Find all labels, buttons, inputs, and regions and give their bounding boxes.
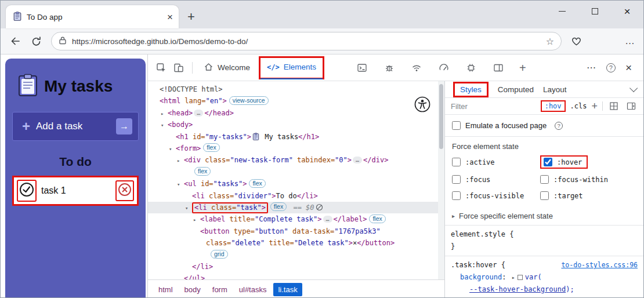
styles-filter-input[interactable] [451, 102, 536, 111]
stylesheet-link[interactable]: to-do-styles.css:96 [561, 259, 638, 271]
dom-tree-line[interactable]: ▸<label title="Complete task">…</label>f… [148, 213, 444, 225]
state-checkbox-focus-visible[interactable]: :focus-visible [452, 191, 524, 200]
layout-badge[interactable]: flex [203, 143, 219, 152]
layout-dock-icon[interactable] [492, 63, 505, 73]
dom-tree-line[interactable]: <html lang="en">view-source [148, 95, 444, 107]
view-source-badge[interactable]: view-source [229, 96, 269, 105]
network-icon[interactable] [410, 63, 423, 73]
breadcrumb-item[interactable]: form [208, 283, 232, 296]
expanded-arrow-icon[interactable]: ▾ [169, 143, 176, 155]
element-style-open[interactable]: element.style { [451, 230, 513, 238]
dom-tree-line[interactable]: ▾<body> [148, 119, 444, 130]
state-checkbox-target[interactable]: :target [540, 191, 583, 200]
dom-tree-line[interactable]: ▾<ul id="tasks">flex [148, 178, 444, 190]
console-icon[interactable] [356, 63, 368, 73]
dom-tree-line[interactable]: ▾<li class="task">flex == $0 [148, 202, 444, 213]
add-task-button[interactable]: + Add a task → [12, 112, 139, 141]
emulate-focused-page-checkbox[interactable] [452, 121, 461, 130]
state-checkbox-hover[interactable]: :hover [540, 155, 588, 169]
new-style-rule-button[interactable]: + [591, 101, 598, 111]
checkbox[interactable] [452, 158, 461, 166]
dom-tree-line[interactable]: class="delete" title="Delete task">×</bu… [148, 237, 444, 249]
performance-icon[interactable] [437, 63, 450, 73]
computed-sidebar-toggle-icon[interactable] [625, 101, 638, 111]
expand-arrow-icon[interactable]: ▸ [512, 274, 515, 281]
checkbox[interactable] [544, 158, 552, 166]
issues-bug-icon[interactable] [383, 63, 396, 73]
url-field[interactable]: https://microsoftedge.github.io/Demos/de… [51, 32, 562, 50]
browser-tab[interactable]: To Do app × [6, 5, 179, 28]
back-button[interactable] [10, 35, 21, 47]
window-close-button[interactable]: × [611, 1, 643, 22]
new-tab-button[interactable]: + [187, 10, 195, 23]
dom-tree-line[interactable]: </ul> [148, 272, 444, 279]
dom-tree-line[interactable]: <!DOCTYPE html> [148, 83, 444, 95]
layout-badge[interactable]: flex [249, 179, 265, 188]
inspect-icon[interactable] [155, 63, 168, 73]
devtools-customize-icon[interactable]: ⋯ [587, 62, 596, 73]
window-maximize-button[interactable] [578, 1, 611, 22]
task-item[interactable]: task 1 [12, 176, 139, 206]
collapsed-arrow-icon[interactable]: ▸ [193, 214, 200, 226]
color-swatch[interactable] [518, 275, 523, 280]
complete-task-checkbox[interactable] [19, 182, 34, 199]
dom-tree-line[interactable]: ▾<form>flex [148, 143, 444, 154]
checkbox[interactable] [540, 175, 549, 184]
device-emulation-icon[interactable] [172, 63, 185, 73]
refresh-button[interactable] [31, 36, 42, 47]
scrollbar[interactable] [438, 81, 444, 279]
toggle-element-state-button[interactable]: :hov [545, 102, 562, 110]
delete-task-button[interactable] [118, 183, 132, 199]
scrollbar-thumb[interactable] [439, 84, 443, 149]
chevron-down-icon[interactable] [629, 84, 638, 92]
layout-badge[interactable]: flex [194, 167, 211, 176]
checkbox[interactable] [452, 175, 461, 184]
task-hover-rule-block[interactable]: .task:hover { to-do-styles.css:96 backgr… [445, 256, 643, 298]
dom-tree-line[interactable]: <li class="divider">To do</li> [148, 190, 444, 202]
submit-task-button[interactable]: → [116, 118, 132, 135]
tab-styles[interactable]: Styles [460, 85, 482, 94]
state-checkbox-active[interactable]: :active [452, 158, 495, 166]
breadcrumb-item[interactable]: html [154, 283, 178, 296]
dom-tree-line[interactable]: ▸<head>…</head> [148, 107, 444, 119]
dom-tree-line[interactable]: <button type="button" data-task="1767pa5… [148, 226, 444, 237]
expanded-arrow-icon[interactable]: ▾ [185, 202, 192, 214]
force-specific-state-section[interactable]: ▸ Force specific element state [445, 207, 643, 225]
dom-tree-line[interactable]: grid [148, 249, 444, 260]
rule-selector[interactable]: .task:hover { [451, 259, 505, 271]
tab-elements[interactable]: </> Elements [261, 56, 323, 79]
accessibility-icon[interactable] [413, 95, 432, 114]
grid-overlay-icon[interactable] [607, 101, 620, 111]
css-variable-link[interactable]: --task-hover-background [469, 285, 566, 293]
dom-tree-line[interactable]: <h1 id="my-tasks"> My tasks</h1> [148, 131, 444, 143]
breadcrumb-item[interactable]: ul#tasks [234, 283, 272, 296]
favorites-star-icon[interactable]: ☆ [546, 36, 554, 47]
dom-tree-line[interactable]: flex [148, 166, 444, 178]
layout-badge[interactable]: flex [369, 215, 385, 223]
layout-badge[interactable]: grid [211, 250, 228, 259]
collapsed-arrow-icon[interactable]: ▸ [161, 108, 168, 119]
browser-essentials-icon[interactable] [571, 36, 582, 47]
css-property-name[interactable]: background [460, 273, 502, 281]
tab-welcome[interactable]: Welcome [197, 54, 256, 81]
tab-close-icon[interactable]: × [167, 12, 173, 22]
tab-computed[interactable]: Computed [498, 85, 534, 94]
browser-menu-button[interactable]: … [625, 35, 635, 47]
more-tabs-button[interactable]: + [519, 62, 526, 74]
tab-layout[interactable]: Layout [543, 85, 567, 94]
toggle-class-button[interactable]: .cls [570, 102, 587, 110]
dom-tree-line[interactable]: ▸<div class="new-task-form" tabindex="0"… [148, 154, 444, 166]
devtools-close-icon[interactable]: × [625, 62, 632, 73]
url-text[interactable]: https://microsoftedge.github.io/Demos/de… [72, 37, 541, 46]
expand-inline-button[interactable]: … [353, 157, 362, 163]
breadcrumb-item[interactable]: li.task [273, 283, 302, 296]
collapsed-arrow-icon[interactable]: ▸ [177, 155, 184, 166]
expand-inline-button[interactable]: … [194, 110, 203, 117]
breadcrumb-item[interactable]: body [180, 283, 205, 296]
state-checkbox-focus-within[interactable]: :focus-within [540, 175, 608, 184]
devtools-help-icon[interactable]: ? [606, 63, 616, 72]
layout-badge[interactable]: flex [270, 202, 287, 211]
expanded-arrow-icon[interactable]: ▾ [161, 119, 168, 131]
element-style-block[interactable]: element.style { } [445, 225, 643, 256]
checkbox[interactable] [452, 191, 461, 200]
